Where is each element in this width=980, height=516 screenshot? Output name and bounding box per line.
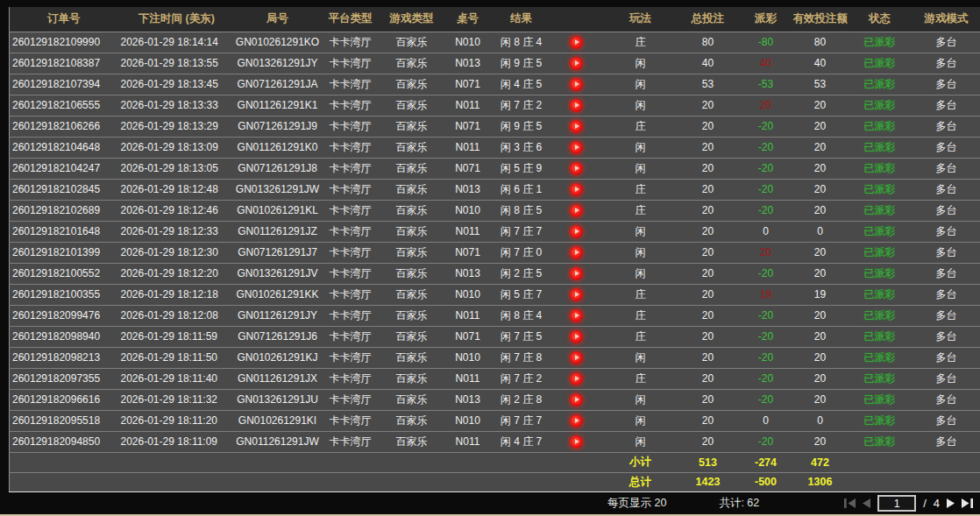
bet-time-cell: 2026-01-29 18:12:30 [118,242,236,263]
valid-bet-cell: 20 [793,263,848,284]
payout-cell: -53 [739,74,793,95]
mode-cell: 多台 [913,116,980,137]
game-type-cell: 百家乐 [381,32,443,53]
platform-cell: 卡卡湾厅 [320,200,381,221]
result-cell: 闲 7 庄 2 [494,368,550,389]
valid-bet-cell: 20 [793,200,848,221]
play-video-icon[interactable] [570,99,583,112]
table-no-cell: N011 [443,137,494,158]
result-cell: 闲 8 庄 4 [494,305,550,326]
subtotal-row-label: 小计 [604,452,678,472]
total-bet-cell: 20 [678,158,739,179]
table-no-cell: N013 [443,53,494,74]
round-no-cell: GN071261291J6 [236,326,320,347]
play-video-icon[interactable] [570,267,583,280]
play-video-icon[interactable] [570,309,583,322]
status-cell: 已派彩 [848,116,913,137]
bet-time-cell: 2026-01-29 18:12:46 [118,200,236,221]
col-header-payout: 派彩 [739,7,793,32]
order-no-cell: 260129182098213 [10,347,118,368]
total-bet-cell: 20 [678,116,739,137]
play-video-icon[interactable] [570,36,583,49]
payout-cell: -20 [739,137,793,158]
bet-time-cell: 2026-01-29 18:12:48 [118,179,236,200]
result-cell: 闲 4 庄 7 [494,431,550,452]
pagination-last-button[interactable] [962,498,973,508]
game-type-cell: 百家乐 [381,179,443,200]
play-type-cell: 闲 [604,263,678,284]
game-type-cell: 百家乐 [381,431,443,452]
play-video-icon[interactable] [570,351,583,364]
game-type-cell: 百家乐 [381,221,443,242]
round-no-cell: GN010261291KJ [236,347,320,368]
game-type-cell: 百家乐 [381,53,443,74]
total-bet-cell: 20 [678,95,739,116]
play-video-icon[interactable] [570,225,583,238]
table-row: 2601291821028452026-01-29 18:12:48GN0132… [10,179,980,200]
play-video-icon[interactable] [570,183,583,196]
bet-time-cell: 2026-01-29 18:12:20 [118,263,236,284]
result-cell: 闲 4 庄 5 [494,74,550,95]
order-no-cell: 260129182106266 [10,116,118,137]
valid-bet-cell: 20 [793,116,848,137]
bet-time-cell: 2026-01-29 18:14:14 [118,32,236,53]
pagination-next-button[interactable] [947,498,955,508]
play-video-icon[interactable] [570,78,583,91]
play-type-cell: 闲 [604,410,678,431]
play-video-icon[interactable] [570,393,583,406]
order-no-cell: 260129182101399 [10,242,118,263]
table-row: 2601291820966162026-01-29 18:11:32GN0132… [10,389,980,410]
valid-bet-cell: 20 [793,326,848,347]
play-type-cell: 闲 [604,242,678,263]
round-no-cell: GN010261291KK [236,284,320,305]
payout-cell: -20 [739,200,793,221]
total-bet-cell: 20 [678,200,739,221]
valid-bet-cell: 20 [793,431,848,452]
play-type-cell: 闲 [604,347,678,368]
table-row: 2601291820973552026-01-29 18:11:40GN0112… [10,368,980,389]
play-video-icon[interactable] [570,120,583,133]
replay-cell [550,347,604,368]
platform-cell: 卡卡湾厅 [320,158,381,179]
page-number-input[interactable] [877,495,916,512]
play-video-icon[interactable] [570,246,583,259]
play-video-icon[interactable] [570,435,583,449]
prev-page-icon [863,498,870,508]
result-cell: 闲 7 庄 0 [494,242,550,263]
pagination-first-button[interactable] [844,498,856,508]
play-video-icon[interactable] [570,204,583,217]
status-cell: 已派彩 [848,137,913,158]
payout-cell: 0 [739,221,793,242]
order-no-cell: 260129182107394 [10,74,118,95]
mode-cell: 多台 [913,368,980,389]
col-header-order-no: 订单号 [10,7,118,32]
round-no-cell: GN011261291JX [236,368,320,389]
order-no-cell: 260129182100552 [10,263,118,284]
bet-time-cell: 2026-01-29 18:13:45 [118,74,236,95]
play-video-icon[interactable] [570,57,583,70]
play-type-cell: 庄 [604,32,678,53]
play-video-icon[interactable] [570,288,583,301]
order-no-cell: 260129182096616 [10,389,118,410]
bet-time-cell: 2026-01-29 18:11:09 [118,431,236,452]
play-video-icon[interactable] [570,372,583,385]
play-video-icon[interactable] [570,162,583,175]
pagination-prev-button[interactable] [863,498,870,508]
per-page-label: 每页显示 20 [607,496,666,511]
total-bet-cell: 20 [678,242,739,263]
play-type-cell: 庄 [604,116,678,137]
mode-cell: 多台 [913,284,980,305]
play-video-icon[interactable] [570,330,583,343]
play-type-cell: 闲 [604,158,678,179]
total-bet-cell: 20 [678,347,739,368]
game-type-cell: 百家乐 [381,242,443,263]
status-cell: 已派彩 [848,284,913,305]
result-cell: 闲 2 庄 5 [494,263,550,284]
replay-cell [550,137,604,158]
bet-records-panel: 订单号 下注时间 (美东) 局号 平台类型 游戏类型 桌号 结果 玩法 总投注 … [9,7,980,493]
pager-controls: / 4 [844,495,973,512]
play-video-icon[interactable] [570,414,583,428]
grand-total-row-label: 总计 [604,472,678,492]
play-video-icon[interactable] [570,141,583,154]
payout-cell: -20 [739,347,793,368]
